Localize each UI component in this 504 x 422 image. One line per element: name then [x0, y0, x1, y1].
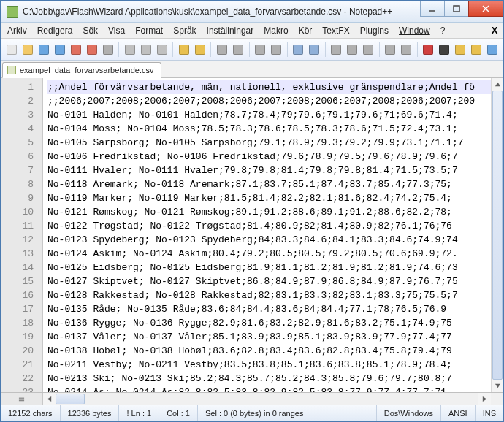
minimize-button[interactable] — [420, 1, 445, 17]
status-bytes: 12336 bytes — [61, 405, 120, 421]
menu-window[interactable]: Window — [394, 24, 435, 37]
vertical-scrollbar[interactable] — [491, 78, 503, 392]
text-editor[interactable]: ;;Andel förvärvsarbetande, män, nationel… — [43, 78, 491, 392]
close-button[interactable] — [468, 1, 503, 17]
gutter-stub — [1, 393, 43, 405]
menu-makro[interactable]: Makro — [259, 24, 293, 37]
file-tab-label: exampel_data_forvarvsarbetande.csv — [20, 66, 153, 74]
tb-stop-icon[interactable] — [437, 42, 452, 58]
statusbar: 12152 chars 12336 bytes ! Ln : 1 Col : 1… — [1, 405, 503, 421]
svg-rect-7 — [19, 399, 24, 400]
editor-line[interactable]: No-0105 Sarpsborg; No-0105 Sarpsborg;79.… — [47, 136, 491, 150]
svg-marker-9 — [47, 396, 51, 402]
menu-textfx[interactable]: TextFX — [317, 24, 354, 37]
editor-line[interactable]: ;;Andel förvärvsarbetande, män, nationel… — [47, 80, 491, 94]
editor-line[interactable]: No-0124 Askim; No-0124 Askim;80.4;79.2;8… — [47, 247, 491, 261]
tb-wrap-icon[interactable] — [329, 42, 344, 58]
menu-arkiv[interactable]: Arkiv — [2, 24, 32, 37]
scroll-right-arrow[interactable] — [478, 393, 491, 405]
editor-line[interactable]: No-0138 Hobøl; No-0138 Hobøl;83.6;82.8;8… — [47, 344, 491, 358]
maximize-button[interactable] — [444, 1, 469, 17]
menubar: Arkiv Redigera Sök Visa Format Språk Ins… — [1, 23, 503, 39]
editor-line[interactable]: No-0104 Moss; No-0104 Moss;78.5;78.3;78.… — [47, 122, 491, 136]
scroll-up-arrow[interactable] — [492, 78, 503, 91]
tb-lang-icon[interactable] — [383, 42, 398, 58]
editor-line[interactable]: No-0106 Fredrikstad; No-0106 Fredrikstad… — [47, 150, 491, 164]
tb-sync-h-icon[interactable] — [307, 42, 322, 58]
menu-help[interactable]: ? — [435, 24, 451, 37]
menu-sok[interactable]: Sök — [77, 24, 103, 37]
tb-save-macro-icon[interactable] — [485, 42, 500, 58]
tb-play-multi-icon[interactable] — [469, 42, 484, 58]
editor-line[interactable]: ;;2006;2007;2008;2006;2007;2008;2006;200… — [47, 94, 491, 108]
editor-line[interactable]: No-0125 Eidsberg; No-0125 Eidsberg;81.9;… — [47, 261, 491, 275]
tb-close-all-icon[interactable] — [84, 42, 99, 58]
tb-zoom-in-icon[interactable] — [252, 42, 267, 58]
editor-line[interactable]: No-0121 Rømskog; No-0121 Rømskog;89.1;91… — [47, 205, 491, 219]
window-title: C:\Jobb\gav\Flash\Wizard Applications\ku… — [23, 7, 421, 17]
editor-line[interactable]: No-0118 Aremark; No-0118 Aremark;87.1;83… — [47, 177, 491, 191]
scroll-down-arrow[interactable] — [492, 380, 503, 392]
status-sel: Sel : 0 (0 bytes) in 0 ranges — [198, 405, 377, 421]
editor-line[interactable]: No-0111 Hvaler; No-0111 Hvaler;79.8;79.8… — [47, 164, 491, 177]
tb-close-icon[interactable] — [68, 42, 83, 58]
status-eol: Dos\Windows — [377, 405, 441, 421]
menu-redigera[interactable]: Redigera — [32, 24, 78, 37]
tb-record-icon[interactable] — [421, 42, 436, 58]
tb-fold-icon[interactable] — [399, 42, 414, 58]
tb-sync-v-icon[interactable] — [291, 42, 306, 58]
h-scroll-thumb[interactable] — [56, 394, 85, 404]
tb-find-icon[interactable] — [214, 42, 229, 58]
menu-kor[interactable]: Kör — [294, 24, 318, 37]
tb-cut-icon[interactable] — [122, 42, 137, 58]
menu-visa[interactable]: Visa — [103, 24, 130, 37]
svg-rect-8 — [19, 400, 24, 401]
svg-rect-1 — [454, 6, 459, 12]
menu-plugins[interactable]: Plugins — [355, 24, 394, 37]
app-window: C:\Jobb\gav\Flash\Wizard Applications\ku… — [0, 0, 504, 422]
editor-line[interactable]: No-0128 Rakkestad; No-0128 Rakkestad;82;… — [47, 288, 491, 302]
menu-installningar[interactable]: Inställningar — [202, 24, 259, 37]
menu-format[interactable]: Format — [130, 24, 168, 37]
scroll-left-arrow[interactable] — [43, 393, 56, 405]
tb-all-chars-icon[interactable] — [345, 42, 360, 58]
status-col: Col : 1 — [159, 405, 198, 421]
v-scroll-thumb[interactable] — [492, 91, 503, 380]
tb-indent-icon[interactable] — [361, 42, 376, 58]
tb-undo-icon[interactable] — [176, 42, 191, 58]
editor-line[interactable]: No-0214 Ås; No-0214 Ås;82.8;82.5;83.8;82… — [47, 385, 491, 392]
editor-line[interactable]: No-0136 Rygge; No-0136 Rygge;82.9;81.6;8… — [47, 316, 491, 330]
menu-sprak[interactable]: Språk — [168, 24, 201, 37]
editor-line[interactable]: No-0123 Spydeberg; No-0123 Spydeberg;84;… — [47, 233, 491, 247]
editor-line[interactable]: No-0213 Ski; No-0213 Ski;85.2;84.3;85.7;… — [47, 372, 491, 385]
tb-redo-icon[interactable] — [192, 42, 207, 58]
file-tab[interactable]: exampel_data_forvarvsarbetande.csv — [2, 62, 161, 78]
file-tab-icon — [7, 66, 16, 74]
editor-line[interactable]: No-0137 Våler; No-0137 Våler;85.1;83.9;8… — [47, 330, 491, 344]
horizontal-scrollbar[interactable] — [43, 393, 491, 405]
tb-print-icon[interactable] — [100, 42, 115, 58]
titlebar[interactable]: C:\Jobb\gav\Flash\Wizard Applications\ku… — [1, 1, 503, 23]
editor-line[interactable]: No-0135 Råde; No-0135 Råde;83.6;84;84.4;… — [47, 302, 491, 316]
tb-paste-icon[interactable] — [154, 42, 169, 58]
horizontal-scrollbar-row — [1, 393, 503, 405]
status-chars: 12152 chars — [1, 405, 61, 421]
tb-play-icon[interactable] — [453, 42, 468, 58]
menubar-close-x[interactable]: X — [487, 25, 502, 36]
editor-line[interactable]: No-0119 Marker; No-0119 Marker;81.5;81.4… — [47, 191, 491, 205]
editor-line[interactable]: No-0122 Trøgstad; No-0122 Trøgstad;81.4;… — [47, 219, 491, 233]
tb-save-all-icon[interactable] — [52, 42, 67, 58]
editor-line[interactable]: No-0101 Halden; No-0101 Halden;78.7;78.4… — [47, 108, 491, 122]
tb-save-icon[interactable] — [36, 42, 51, 58]
editor-line[interactable]: No-0127 Skiptvet; No-0127 Skiptvet;86.8;… — [47, 275, 491, 288]
tb-new-icon[interactable] — [4, 42, 19, 58]
tabbar: exampel_data_forvarvsarbetande.csv — [1, 61, 503, 78]
svg-rect-6 — [19, 398, 24, 399]
editor-line[interactable]: No-0211 Vestby; No-0211 Vestby;83.5;83.8… — [47, 358, 491, 372]
tb-open-icon[interactable] — [20, 42, 35, 58]
tb-replace-icon[interactable] — [230, 42, 245, 58]
tb-copy-icon[interactable] — [138, 42, 153, 58]
toolbar — [1, 39, 503, 61]
tb-zoom-out-icon[interactable] — [269, 42, 284, 58]
app-icon — [7, 6, 18, 18]
